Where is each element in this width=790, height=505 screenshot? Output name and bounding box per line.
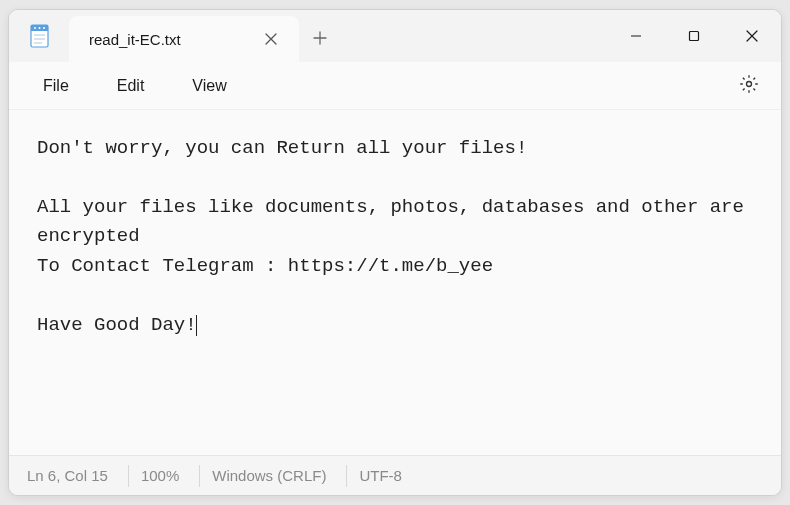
tab-active[interactable]: read_it-EC.txt [69, 16, 299, 62]
status-zoom[interactable]: 100% [129, 465, 200, 487]
plus-icon [313, 29, 327, 50]
svg-point-2 [34, 27, 36, 29]
tab-title: read_it-EC.txt [89, 31, 181, 48]
statusbar: Ln 6, Col 15 100% Windows (CRLF) UTF-8 [9, 455, 781, 495]
svg-point-10 [747, 81, 752, 86]
notepad-app-icon [28, 23, 50, 49]
menu-view[interactable]: View [172, 71, 246, 101]
maximize-button[interactable] [665, 10, 723, 62]
text-editor-area[interactable]: Don't worry, you can Return all your fil… [9, 110, 781, 455]
text-caret [196, 315, 197, 336]
menu-file[interactable]: File [23, 71, 89, 101]
close-tab-icon[interactable] [263, 31, 279, 47]
gear-icon [739, 74, 759, 98]
svg-rect-9 [690, 32, 699, 41]
menu-edit[interactable]: Edit [97, 71, 165, 101]
app-icon-area [9, 10, 69, 62]
svg-point-4 [43, 27, 45, 29]
close-button[interactable] [723, 10, 781, 62]
minimize-button[interactable] [607, 10, 665, 62]
titlebar: read_it-EC.txt [9, 10, 781, 62]
new-tab-button[interactable] [299, 16, 341, 62]
settings-button[interactable] [731, 68, 767, 104]
window-controls [607, 10, 781, 62]
document-text: Don't worry, you can Return all your fil… [37, 137, 755, 336]
status-encoding[interactable]: UTF-8 [347, 465, 422, 487]
notepad-window: pcrisk.com read_it-EC.txt [8, 9, 782, 496]
status-cursor-position[interactable]: Ln 6, Col 15 [27, 465, 129, 487]
menubar: File Edit View [9, 62, 781, 110]
status-line-ending[interactable]: Windows (CRLF) [200, 465, 347, 487]
svg-point-3 [39, 27, 41, 29]
